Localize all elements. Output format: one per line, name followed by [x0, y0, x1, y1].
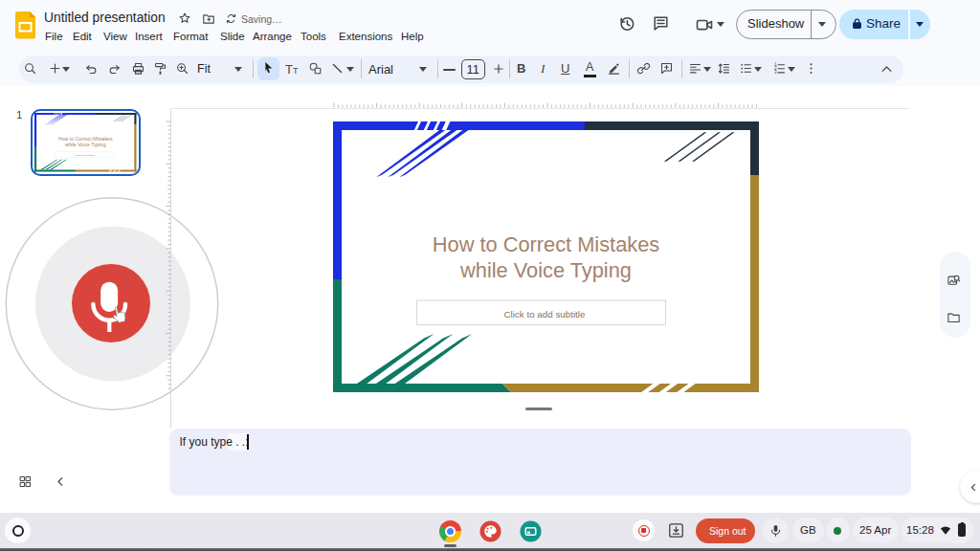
svg-text:How to Correct Mistakes: How to Correct Mistakes: [58, 137, 113, 143]
svg-text:How to Correct Mistakes: How to Correct Mistakes: [433, 232, 660, 256]
svg-text:Click to add subtitle: Click to add subtitle: [504, 309, 586, 320]
svg-text:while Voice Typing: while Voice Typing: [459, 258, 632, 282]
svg-text:while Voice Typing: while Voice Typing: [65, 143, 106, 148]
svg-text:Click to add subtitle: Click to add subtitle: [76, 154, 96, 156]
